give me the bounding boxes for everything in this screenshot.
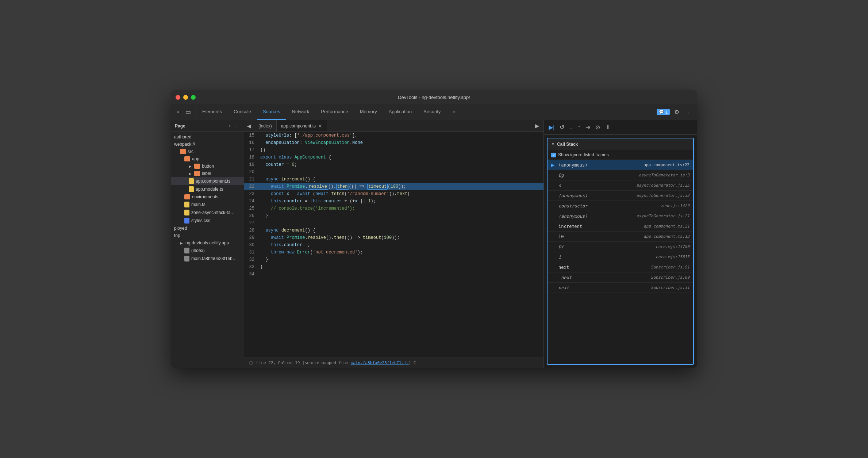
sidebar-item-zone-async[interactable]: zone-async-stack-ta… [171,209,244,217]
code-line-30: 30 this.counter--; [244,241,544,249]
editor-play-icon[interactable]: ▶ [533,121,541,131]
code-line-16: 16 encapsulation: ViewEncapsulation.None [244,139,544,146]
step-button[interactable]: ⇥ [584,123,591,132]
sidebar-item-webpack[interactable]: webpack:// [171,141,244,148]
code-line-15: 15 styleUrls: ['./app.component.css'], [244,132,544,139]
caret-label-icon: ▶ [189,172,192,176]
file-sidebar: Page » ⋮ authored webpack:// src [171,120,244,368]
editor-tabs: ◀ (index) app.component.ts ✕ ▶ [244,120,544,132]
code-editor[interactable]: 15 styleUrls: ['./app.component.css'], 1… [244,132,544,358]
right-panel: ▶| ↺ ↓ ↑ ⇥ ⊘ ⏸ ▼ Call Stack ✓ Show ignor… [544,120,697,368]
call-stack-title: Call Stack [557,142,578,147]
sidebar-item-main-ts[interactable]: main.ts [171,201,244,209]
code-line-27: 27 [244,220,544,227]
sidebar-item-index[interactable]: (index) [171,247,244,255]
sidebar-more-icon[interactable]: » [227,122,232,129]
minimize-button[interactable] [183,95,188,100]
tab-performance[interactable]: Performance [315,104,354,120]
device-icon[interactable]: ▭ [184,107,192,117]
tab-security[interactable]: Security [418,104,446,120]
frame-name-s: s [558,183,633,188]
tab-application[interactable]: Application [383,104,418,120]
webpack-label: webpack:// [174,142,195,147]
window-title: DevTools - ng-devtools.netlify.app/ [398,95,470,100]
step-over-button[interactable]: ↺ [558,123,565,132]
sidebar-item-app[interactable]: app [171,155,244,163]
stack-frame-next[interactable]: next Subscriber.js:91 [548,262,693,272]
tab-more[interactable]: » [446,104,461,120]
frame-name-_next: _next [558,275,648,280]
tab-network[interactable]: Network [286,104,315,120]
stack-frame-i0[interactable]: i0 app.component.ts:13 [548,232,693,242]
sidebar-item-label[interactable]: ▶ label [171,170,244,177]
frame-location-constructor: zone.js:1429 [661,203,690,208]
frame-name-next: next [558,265,648,270]
editor-tab-app-component[interactable]: app.component.ts ✕ [277,120,327,131]
sidebar-item-button[interactable]: ▶ button [171,163,244,170]
styles-label: styles.css [191,218,210,223]
settings-icon[interactable]: ⚙ [673,107,681,117]
file-app-module-icon [189,186,194,192]
folder-src-icon [180,149,186,154]
stack-frame-anonymous-3[interactable]: (anonymous) asyncToGenerator.js:21 [548,211,693,221]
deployed-label: ployed [174,226,187,231]
tab-sources[interactable]: Sources [257,104,286,120]
editor-tab-actions: ▶ [530,121,544,131]
sidebar-options-icon[interactable]: ⋮ [234,122,240,129]
close-tab-icon[interactable]: ✕ [318,123,322,129]
sidebar-item-deployed[interactable]: ployed [171,225,244,232]
frame-location-i: core.mjs:15815 [656,255,690,259]
sidebar-item-top[interactable]: top [171,232,244,239]
stack-frame-of[interactable]: Of core.mjs:15780 [548,242,693,252]
more-options-icon[interactable]: ⋮ [684,107,692,117]
stack-frame-anonymous-1[interactable]: ▶ (anonymous) app.component.ts:22 [548,160,693,170]
stack-frame-i[interactable]: i core.mjs:15815 [548,252,693,262]
index-label: (index) [191,248,205,253]
pause-on-exceptions-button[interactable]: ⏸ [604,123,612,132]
frame-name-increment: increment [558,224,641,229]
stack-frame-qg[interactable]: Qg asyncToGenerator.js:3 [548,170,693,180]
stack-frame-anonymous-2[interactable]: (anonymous) asyncToGenerator.js:32 [548,191,693,201]
status-link[interactable]: main.fa8bfa0e23f1eb71.js [351,360,409,365]
stack-frame-_next[interactable]: _next Subscriber.js:60 [548,272,693,283]
editor-nav-back[interactable]: ◀ [244,123,254,129]
code-line-19: 19 counter = 0; [244,161,544,168]
stack-frame-s[interactable]: s asyncToGenerator.js:25 [548,180,693,191]
sidebar-item-app-module[interactable]: app.module.ts [171,185,244,193]
maximize-button[interactable] [191,95,196,100]
tab-console[interactable]: Console [228,104,257,120]
editor-tab-index[interactable]: (index) [254,120,277,131]
stack-frame-constructor[interactable]: constructor zone.js:1429 [548,201,693,211]
code-line-25: 25 // console.trace('incremented'); [244,205,544,212]
sidebar-item-src[interactable]: src [171,148,244,155]
console-badge[interactable]: 💬 1 [657,109,670,115]
sidebar-item-app-component[interactable]: app.component.ts [171,177,244,185]
label-label: label [202,171,211,176]
sidebar-item-ngdevtools[interactable]: ▶ ng-devtools.netlify.app [171,239,244,247]
call-stack-panel: ▼ Call Stack ✓ Show ignore-listed frames… [547,138,694,365]
step-out-button[interactable]: ↑ [576,123,581,132]
close-button[interactable] [176,95,180,100]
collapse-icon[interactable]: ▼ [551,142,555,146]
resume-button[interactable]: ▶| [548,123,556,132]
frame-location-of: core.mjs:15780 [656,244,690,249]
code-line-23: 23 const x = await (await fetch('/random… [244,190,544,198]
tab-elements[interactable]: Elements [196,104,228,120]
code-line-21: 21 async increment() { [244,176,544,183]
stack-frame-next-2[interactable]: next Subscriber.js:31 [548,283,693,293]
stack-frame-increment[interactable]: increment app.component.ts:21 [548,221,693,232]
tabs-area: Elements Console Sources Network Perform… [196,104,652,120]
sidebar-item-environments[interactable]: environments [171,193,244,201]
step-into-button[interactable]: ↓ [568,123,573,132]
deactivate-breakpoints-button[interactable]: ⊘ [594,123,601,132]
show-ignored-checkbox[interactable]: ✓ [551,153,556,157]
file-zone-icon [184,210,189,215]
sidebar-item-authored[interactable]: authored [171,133,244,141]
title-bar: DevTools - ng-devtools.netlify.app/ [171,90,697,104]
sidebar-item-main-fa[interactable]: main.fa8bfa0e23f1eb… [171,255,244,263]
frame-name-constructor: constructor [558,203,658,209]
tab-memory[interactable]: Memory [354,104,383,120]
sidebar-item-styles[interactable]: styles.css [171,217,244,225]
cursor-icon[interactable]: ⌖ [175,107,181,117]
sidebar-actions: » ⋮ [227,122,240,129]
